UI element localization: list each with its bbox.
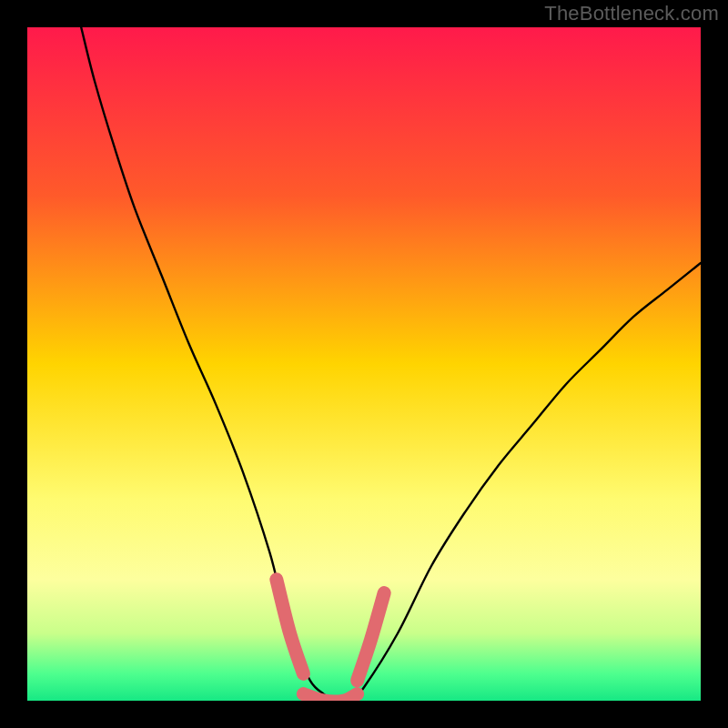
- highlight-band-left: [277, 580, 304, 674]
- chart-canvas: TheBottleneck.com: [0, 0, 728, 728]
- watermark-text: TheBottleneck.com: [544, 2, 719, 25]
- flat-minimum: [303, 694, 357, 701]
- curve-layer: [27, 27, 701, 701]
- bottleneck-curve: [81, 27, 701, 701]
- plot-area: [27, 27, 701, 701]
- highlight-band-right: [358, 593, 385, 681]
